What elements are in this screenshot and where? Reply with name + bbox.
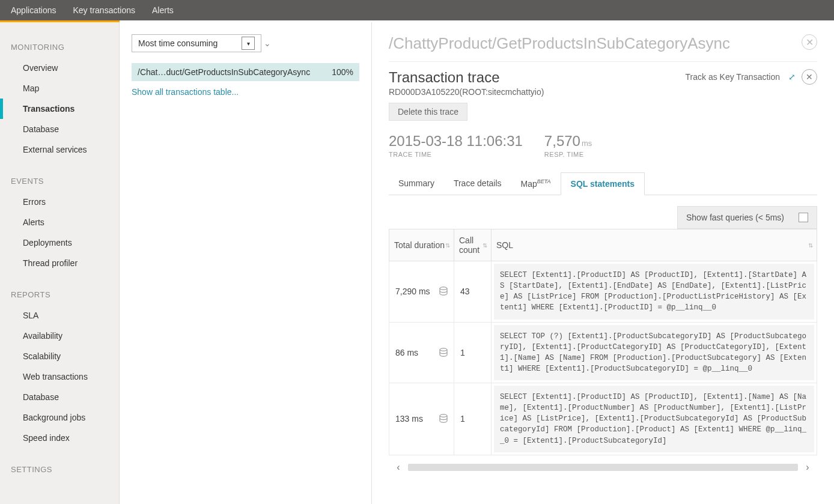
breadcrumb: /ChattyProduct/GetProductsInSubCategoryA… [389, 34, 817, 53]
col-sql[interactable]: SQL ⇅ [492, 229, 817, 261]
sql-row[interactable]: 133 ms 1 SELECT [Extent1].[ProductID] AS… [389, 383, 817, 455]
tab-summary[interactable]: Summary [389, 172, 444, 195]
tab-trace-details[interactable]: Trace details [444, 172, 511, 195]
sidebar-item-speed-index[interactable]: Speed index [0, 428, 119, 448]
cell-duration: 7,290 ms [395, 287, 430, 296]
cell-sql: SELECT [Extent1].[ProductID] AS [Product… [494, 386, 814, 452]
chevron-down-icon[interactable]: ⌄ [264, 38, 271, 48]
database-icon [439, 414, 448, 424]
sort-select[interactable]: Most time consuming ▾ [132, 34, 261, 52]
top-nav: Applications Key transactions Alerts [0, 0, 834, 20]
sidebar-item-scalability[interactable]: Scalability [0, 346, 119, 366]
delete-trace-button[interactable]: Delete this trace [389, 103, 467, 121]
cell-count: 43 [454, 261, 492, 323]
sidebar-section-reports: REPORTS [0, 284, 119, 305]
checkbox-icon[interactable] [799, 213, 808, 222]
sidebar-item-deployments[interactable]: Deployments [0, 232, 119, 253]
database-icon [439, 287, 448, 296]
cell-sql: SELECT [Extent1].[ProductID] AS [Product… [494, 264, 814, 320]
sidebar-item-external-services[interactable]: External services [0, 139, 119, 160]
resp-time-value: 7,570ms [544, 133, 592, 150]
sidebar-item-sla[interactable]: SLA [0, 305, 119, 326]
chevron-down-icon: ▾ [242, 37, 255, 50]
trace-title: Transaction trace [389, 69, 544, 86]
show-all-transactions-link[interactable]: Show all transactions table... [132, 87, 239, 97]
tab-sql-statements[interactable]: SQL statements [561, 172, 645, 195]
resp-time-label: RESP. TIME [544, 151, 592, 158]
transaction-row[interactable]: /Chat…duct/GetProductsInSubCategoryAsync… [132, 63, 359, 81]
col-total-duration[interactable]: Total duration ⇅ [389, 229, 454, 261]
col-call-count[interactable]: Call count ⇅ [454, 229, 492, 261]
sidebar: MONITORING Overview Map Transactions Dat… [0, 22, 120, 504]
trace-tabs: Summary Trace details MapBETA SQL statem… [389, 172, 817, 195]
svg-point-1 [440, 348, 447, 351]
beta-badge: BETA [537, 178, 551, 184]
nav-alerts[interactable]: Alerts [144, 1, 182, 20]
sidebar-section-monitoring: MONITORING [0, 37, 119, 58]
tab-map[interactable]: MapBETA [511, 172, 561, 195]
sidebar-item-alerts[interactable]: Alerts [0, 212, 119, 232]
sidebar-item-errors[interactable]: Errors [0, 192, 119, 212]
sidebar-item-web-transactions[interactable]: Web transactions [0, 366, 119, 387]
chevron-right-icon[interactable]: › [798, 461, 817, 473]
nav-key-transactions[interactable]: Key transactions [65, 1, 144, 20]
cell-count: 1 [454, 383, 492, 455]
transaction-pct: 100% [332, 67, 353, 77]
sort-select-label: Most time consuming [138, 38, 218, 48]
fast-queries-label: Show fast queries (< 5ms) [686, 213, 784, 222]
sidebar-item-availability[interactable]: Availability [0, 326, 119, 346]
sidebar-item-background-jobs[interactable]: Background jobs [0, 407, 119, 428]
sql-row[interactable]: 86 ms 1 SELECT TOP (?) [Extent1].[Produc… [389, 322, 817, 383]
svg-point-0 [440, 287, 447, 290]
horizontal-scrollbar[interactable]: ‹ › [389, 461, 817, 473]
expand-icon[interactable]: ⤢ [788, 72, 796, 82]
close-icon[interactable]: ✕ [802, 34, 817, 50]
track-key-transaction-link[interactable]: Track as Key Transaction [686, 72, 780, 82]
trace-time-value: 2015-03-18 11:06:31 [389, 133, 523, 150]
transaction-name: /Chat…duct/GetProductsInSubCategoryAsync [138, 67, 310, 77]
chevron-left-icon[interactable]: ‹ [389, 461, 408, 473]
trace-time-label: TRACE TIME [389, 151, 523, 158]
scroll-track[interactable] [408, 464, 798, 471]
sidebar-item-overview[interactable]: Overview [0, 58, 119, 78]
sidebar-item-transactions[interactable]: Transactions [0, 99, 119, 119]
cell-count: 1 [454, 322, 492, 383]
sidebar-item-database[interactable]: Database [0, 119, 119, 139]
close-icon[interactable]: ✕ [802, 69, 817, 85]
database-icon [439, 348, 448, 357]
sort-icon: ⇅ [445, 242, 450, 249]
cell-sql: SELECT TOP (?) [Extent1].[ProductSubcate… [494, 325, 814, 381]
cell-duration: 133 ms [395, 414, 423, 424]
cell-duration: 86 ms [395, 348, 418, 357]
sidebar-section-settings: SETTINGS [0, 459, 119, 480]
sidebar-item-map[interactable]: Map [0, 78, 119, 99]
sidebar-item-database-report[interactable]: Database [0, 387, 119, 407]
sort-icon: ⇅ [482, 242, 487, 249]
sidebar-section-events: EVENTS [0, 171, 119, 192]
trace-host: RD000D3A105220(ROOT:sitecmchattyio) [389, 87, 544, 97]
svg-point-2 [440, 414, 447, 417]
transactions-column: Most time consuming ▾ ⌄ /Chat…duct/GetPr… [120, 22, 372, 504]
nav-applications[interactable]: Applications [2, 1, 65, 20]
sort-icon: ⇅ [808, 242, 813, 249]
trace-detail-panel: /ChattyProduct/GetProductsInSubCategoryA… [372, 22, 834, 504]
sql-row[interactable]: 7,290 ms 43 SELECT [Extent1].[ProductID]… [389, 261, 817, 323]
sidebar-item-thread-profiler[interactable]: Thread profiler [0, 253, 119, 273]
fast-queries-toggle[interactable]: Show fast queries (< 5ms) [677, 206, 817, 229]
sql-table: Total duration ⇅ Call count ⇅ SQL ⇅ [389, 229, 817, 455]
